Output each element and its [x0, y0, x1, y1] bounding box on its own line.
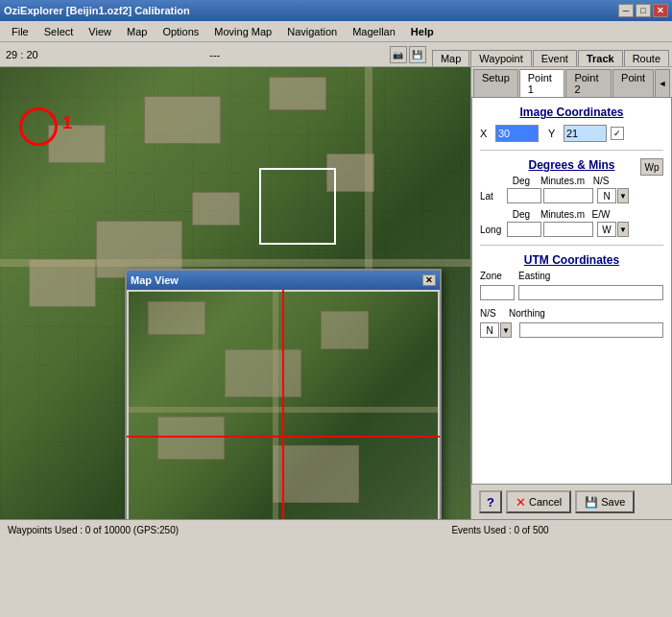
- long-header-row: Deg Minutes.m E/W: [480, 209, 663, 220]
- divider-2: [480, 245, 663, 246]
- menu-moving-map[interactable]: Moving Map: [206, 24, 279, 39]
- long-ew-container: W ▼: [597, 222, 629, 237]
- crosshair-vertical: [282, 290, 284, 519]
- y-label: Y: [548, 128, 560, 139]
- tab-track[interactable]: Track: [578, 50, 623, 66]
- save-label: Save: [601, 496, 625, 508]
- tab-map[interactable]: Map: [432, 50, 469, 66]
- dialog-close-button[interactable]: ✕: [422, 274, 436, 286]
- tab-setup[interactable]: Setup: [473, 69, 518, 97]
- menu-bar: File Select View Map Options Moving Map …: [0, 21, 672, 42]
- app-title: OziExplorer [Beijin1.ozf2] Calibration: [4, 5, 190, 16]
- panel-tabs: Setup Point 1 Point 2 Point ◄: [471, 67, 672, 97]
- utm-zone-row: Zone Easting: [480, 271, 663, 281]
- point-number: 1: [62, 113, 72, 133]
- status-waypoints: Waypoints Used : 0 of 10000 (GPS:250): [8, 525, 336, 535]
- save-button[interactable]: 💾 Save: [575, 490, 635, 513]
- zone-input[interactable]: [480, 285, 515, 300]
- lat-label: Lat: [480, 191, 505, 202]
- degrees-section: Degrees & Mins Wp Deg Minutes.m N/S Lat: [480, 158, 663, 237]
- menu-file[interactable]: File: [4, 24, 36, 39]
- utm-ns-value: N: [480, 322, 499, 338]
- wp-button[interactable]: Wp: [640, 158, 663, 176]
- utm-inputs-row: [480, 285, 663, 300]
- easting-label: Easting: [518, 271, 553, 281]
- utm-title: UTM Coordinates: [480, 253, 663, 267]
- deg-mins-title: Degrees & Mins: [480, 158, 663, 172]
- status-events: Events Used : 0 of 500: [336, 525, 664, 535]
- long-deg-input[interactable]: [507, 222, 541, 237]
- long-mins-input[interactable]: [543, 222, 593, 237]
- long-ew-dropdown[interactable]: ▼: [617, 222, 629, 237]
- mins-header: Minutes.m: [538, 176, 588, 186]
- utm-ns-dropdown[interactable]: ▼: [500, 322, 512, 338]
- title-bar: OziExplorer [Beijin1.ozf2] Calibration ─…: [0, 0, 672, 21]
- long-mins-header: Minutes.m: [538, 209, 588, 220]
- menu-map[interactable]: Map: [119, 24, 155, 39]
- northing-text-label: Northing: [509, 308, 545, 319]
- deg-header: Deg: [507, 176, 536, 186]
- x-label: X: [480, 128, 492, 139]
- menu-select[interactable]: Select: [36, 24, 82, 39]
- right-panel: Setup Point 1 Point 2 Point ◄ Image Coor…: [470, 67, 672, 519]
- y-input[interactable]: [564, 125, 607, 142]
- help-button[interactable]: ?: [479, 490, 502, 513]
- divider-1: [480, 150, 663, 151]
- tab-point2[interactable]: Point 2: [565, 69, 612, 97]
- zone-label: Zone: [480, 271, 515, 281]
- map-area[interactable]: 1 Map View ✕: [0, 67, 470, 519]
- status-bar: Waypoints Used : 0 of 10000 (GPS:250) Ev…: [0, 519, 672, 540]
- northing-label: N/S: [480, 308, 505, 319]
- ns-northing-row: N/S Northing: [480, 308, 663, 319]
- position-display: 29 : 20: [6, 49, 38, 60]
- ns-input-row: N ▼: [480, 322, 663, 338]
- x-input[interactable]: [495, 125, 539, 142]
- dialog-title-bar[interactable]: Map View ✕: [127, 271, 440, 290]
- tab-point3[interactable]: Point: [612, 69, 654, 97]
- tab-route[interactable]: Route: [624, 50, 669, 66]
- menu-options[interactable]: Options: [155, 24, 206, 39]
- long-row: Long W ▼: [480, 222, 663, 237]
- lat-deg-input[interactable]: [507, 188, 541, 203]
- selection-box: [259, 168, 336, 245]
- ns-header: N/S: [589, 176, 612, 186]
- cancel-label: Cancel: [529, 496, 562, 508]
- lat-ns-container: N ▼: [597, 188, 629, 203]
- tab-event[interactable]: Event: [533, 50, 577, 66]
- lat-mins-input[interactable]: [543, 188, 593, 203]
- lat-row: Lat N ▼: [480, 188, 663, 203]
- coord-checkbox[interactable]: ✓: [611, 127, 624, 140]
- menu-navigation[interactable]: Navigation: [279, 24, 345, 39]
- icon-btn-1[interactable]: 📷: [390, 46, 407, 63]
- menu-help[interactable]: Help: [403, 24, 442, 39]
- tab-more[interactable]: ◄: [655, 69, 670, 97]
- easting-input[interactable]: [518, 285, 663, 300]
- panel-content: Image Coordinates X Y ✓ Degrees & Mins W…: [471, 97, 672, 485]
- toolbar-dots: ---: [209, 49, 220, 60]
- dialog-map-content[interactable]: [127, 290, 440, 519]
- cancel-button[interactable]: ✕ Cancel: [506, 490, 571, 513]
- long-label: Long: [480, 225, 505, 235]
- window-controls: ─ □ ✕: [618, 4, 668, 17]
- icon-btn-2[interactable]: 💾: [409, 46, 426, 63]
- maximize-button[interactable]: □: [636, 4, 651, 17]
- ew-header: E/W: [589, 209, 612, 220]
- lat-ns-dropdown[interactable]: ▼: [617, 188, 629, 203]
- panel-buttons: ? ✕ Cancel 💾 Save: [471, 485, 672, 519]
- dialog-title-text: Map View: [131, 274, 179, 286]
- lat-ns-value: N: [597, 188, 616, 203]
- tab-point1[interactable]: Point 1: [519, 69, 565, 97]
- long-ew-value: W: [597, 222, 616, 237]
- northing-input[interactable]: [519, 322, 663, 338]
- cancel-icon: ✕: [516, 495, 526, 510]
- map-view-dialog[interactable]: Map View ✕: [125, 269, 442, 519]
- image-coords-title: Image Coordinates: [480, 106, 663, 119]
- menu-magellan[interactable]: Magellan: [345, 24, 403, 39]
- close-button[interactable]: ✕: [653, 4, 668, 17]
- menu-view[interactable]: View: [81, 24, 119, 39]
- minimize-button[interactable]: ─: [618, 4, 634, 17]
- tab-waypoint[interactable]: Waypoint: [470, 50, 531, 66]
- save-icon: 💾: [585, 496, 598, 509]
- long-deg-header: Deg: [507, 209, 536, 220]
- point-marker: [19, 107, 58, 146]
